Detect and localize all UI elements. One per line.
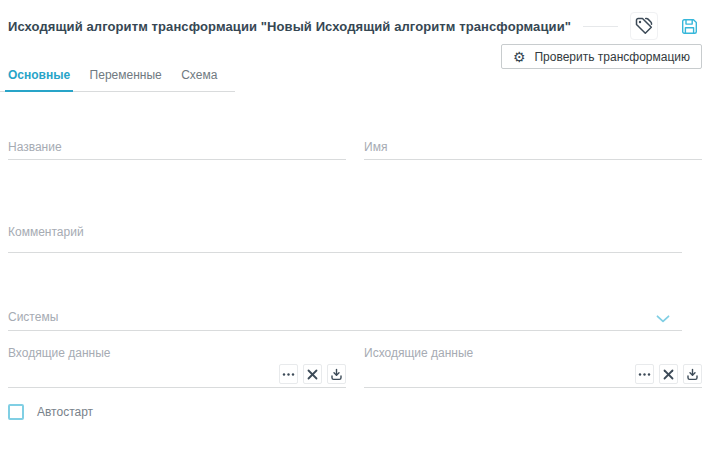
x-icon	[307, 369, 318, 380]
tab-variables[interactable]: Переменные	[90, 65, 162, 91]
x-icon	[663, 369, 674, 380]
header: Исходящий алгоритм трансформации "Новый …	[0, 0, 710, 40]
tags-icon	[633, 15, 655, 37]
system-name-input[interactable]	[364, 138, 702, 160]
ellipsis-icon	[282, 372, 295, 377]
data-row: Входящие данные	[8, 346, 702, 388]
input-data-field: Входящие данные	[8, 346, 346, 388]
input-data-label: Входящие данные	[8, 346, 346, 360]
chevron-down-icon[interactable]	[656, 315, 670, 323]
name-input[interactable]	[8, 138, 346, 160]
page-title: Исходящий алгоритм трансформации "Новый …	[8, 19, 571, 34]
input-data-input[interactable]	[8, 367, 274, 381]
output-data-more-button[interactable]	[635, 364, 654, 384]
verify-button-label: Проверить трансформацию	[534, 50, 690, 64]
systems-input[interactable]	[8, 308, 682, 331]
systems-field	[8, 308, 682, 331]
input-data-clear-button[interactable]	[303, 364, 322, 384]
save-button[interactable]	[676, 13, 702, 39]
comment-textarea[interactable]	[8, 223, 682, 253]
download-icon	[686, 368, 699, 381]
download-icon	[330, 368, 343, 381]
input-data-more-button[interactable]	[279, 364, 298, 384]
name-row	[8, 138, 702, 160]
page: Исходящий алгоритм трансформации "Новый …	[0, 0, 710, 463]
autostart-label: Автостарт	[37, 405, 93, 419]
input-data-download-button[interactable]	[327, 364, 346, 384]
output-data-clear-button[interactable]	[659, 364, 678, 384]
output-data-input[interactable]	[364, 367, 630, 381]
tags-button[interactable]	[630, 12, 658, 40]
tabs: Основные Переменные Схема	[0, 65, 235, 92]
gear-icon: ⚙	[513, 50, 526, 64]
autostart-checkbox[interactable]	[8, 404, 24, 420]
tab-main[interactable]: Основные	[8, 65, 70, 91]
output-data-download-button[interactable]	[683, 364, 702, 384]
output-data-field: Исходящие данные	[364, 346, 702, 388]
save-icon	[680, 17, 699, 36]
output-data-label: Исходящие данные	[364, 346, 702, 360]
ellipsis-icon	[638, 372, 651, 377]
verify-transformation-button[interactable]: ⚙ Проверить трансформацию	[501, 44, 702, 69]
main-form: Входящие данные	[0, 138, 710, 420]
header-divider	[583, 26, 618, 27]
autostart-row: Автостарт	[8, 404, 702, 420]
tab-schema[interactable]: Схема	[181, 65, 217, 91]
